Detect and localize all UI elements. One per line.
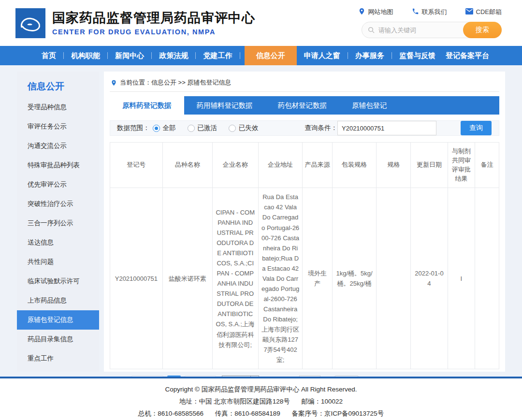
footer-icp: 备案序号：京ICP备09013725号 (292, 410, 384, 417)
nav-separator (63, 52, 64, 59)
cell-packaging-spec: 1kg/桶。5kg/桶。25kg/桶 (332, 188, 377, 369)
col-registration-no: 登记号 (110, 143, 163, 188)
tab-bar: 原料药登记数据 药用辅料登记数据 药包材登记数据 原辅包登记 (110, 96, 499, 115)
cell-product-name: 盐酸米诺环素 (162, 188, 212, 369)
sidebar-item-yfb-registration[interactable]: 原辅包登记信息 (17, 310, 99, 330)
nav-item-home[interactable]: 首页 (39, 46, 59, 65)
nav-item-party[interactable]: 党建工作 (201, 46, 235, 65)
tab-yfb-registration[interactable]: 原辅包登记 (339, 96, 400, 115)
sidebar-item[interactable]: 三合一序列公示 (17, 214, 99, 233)
mail-link[interactable]: CDE邮箱 (465, 8, 502, 16)
page: 国家药品监督管理局药品审评中心 CENTER FOR DRUG EVALUATI… (0, 0, 522, 420)
site-subtitle: CENTER FOR DRUG EVALUATION, NMPA (52, 28, 255, 36)
phone-icon (412, 8, 419, 16)
nav-item-info-disclosure[interactable]: 信息公开 (245, 46, 297, 65)
header-right: 网站地图 联系我们 CDE邮箱 (358, 8, 502, 38)
site-search: 搜索 (362, 22, 502, 38)
sidebar-item[interactable]: 特殊审批品种列表 (17, 156, 99, 175)
results-table: 登记号 品种名称 企业名称 企业地址 产品来源 包装规格 规格 更新日期 与制剂… (110, 142, 499, 369)
nav-separator (107, 52, 108, 59)
cell-company-name: CIPAN - COMPANHIA INDUSTRIAL PRODUTORA D… (212, 188, 258, 369)
col-spec: 规格 (377, 143, 411, 188)
footer-address-line: 地址：中国 北京市朝阳区建国路128号 邮编：100022 (0, 396, 522, 408)
sidebar-title: 信息公开 (17, 78, 99, 98)
nav-item-supervision[interactable]: 监督与反馈 (396, 46, 438, 65)
sidebar-item[interactable]: 送达信息 (17, 233, 99, 252)
footer-address: 地址：中国 北京市朝阳区建国路128号 (179, 398, 290, 405)
nav-item-registration-platform[interactable]: 登记备案平台 (443, 46, 492, 65)
footer-phone: 总机：8610-68585566 (138, 410, 203, 417)
mail-icon (465, 8, 473, 16)
cde-logo-icon (15, 8, 45, 38)
site-search-input[interactable] (378, 27, 461, 34)
sidebar-item[interactable]: 药品目录集信息 (17, 330, 99, 349)
footer-fax: 传真：8610-68584189 (215, 410, 280, 417)
nav-separator (348, 52, 348, 59)
contact-label: 联系我们 (422, 8, 447, 16)
col-packaging-spec: 包装规格 (332, 143, 377, 188)
radio-label: 全部 (163, 124, 176, 132)
cell-company-address: Rua Da Estacao 42 Vala Do Carregado Port… (258, 188, 303, 369)
breadcrumb-text: 当前位置：信息公开 >> 原辅包登记信息 (120, 78, 231, 87)
condition-label: 查询条件： (305, 124, 338, 132)
sidebar-item[interactable]: 重点工作 (17, 349, 99, 368)
site-title: 国家药品监督管理局药品审评中心 (52, 10, 255, 26)
mail-label: CDE邮箱 (476, 8, 502, 16)
sitemap-label: 网站地图 (368, 8, 393, 16)
col-company-address: 企业地址 (258, 143, 303, 188)
sidebar: 信息公开 受理品种信息 审评任务公示 沟通交流公示 特殊审批品种列表 优先审评公… (17, 72, 99, 372)
sidebar-item[interactable]: 临床试验默示许可 (17, 272, 99, 291)
radio-icon (153, 125, 160, 132)
nav-separator (151, 52, 152, 59)
col-product-source: 产品来源 (303, 143, 332, 188)
tab-packaging-data[interactable]: 药包材登记数据 (265, 96, 340, 115)
sidebar-item[interactable]: 受理品种信息 (17, 98, 99, 117)
radio-option-all[interactable]: 全部 (153, 124, 176, 132)
query-panel: 数据范围： 全部 已激活 已失效 查询条件： 查询 (110, 120, 499, 136)
sidebar-item[interactable]: 优先审评公示 (17, 175, 99, 194)
nav-item-services[interactable]: 办事服务 (352, 46, 387, 65)
brand: 国家药品监督管理局药品审评中心 CENTER FOR DRUG EVALUATI… (52, 10, 255, 35)
nav-item-policy[interactable]: 政策法规 (156, 46, 191, 65)
radio-icon (188, 125, 195, 132)
nav-separator (392, 52, 392, 59)
location-pin-icon (111, 79, 117, 87)
nav-item-org[interactable]: 机构职能 (68, 46, 103, 65)
nav-item-news[interactable]: 新闻中心 (112, 46, 147, 65)
cell-remarks (475, 188, 499, 369)
contact-link[interactable]: 联系我们 (412, 8, 447, 16)
radio-option-expired[interactable]: 已失效 (229, 124, 259, 132)
col-remarks: 备注 (475, 143, 499, 188)
radio-option-activated[interactable]: 已激活 (188, 124, 218, 132)
breadcrumb: 当前位置：信息公开 >> 原辅包登记信息 (110, 76, 499, 92)
scope-label: 数据范围： (117, 124, 150, 132)
footer-contact-line: 总机：8610-68585566 传真：8610-68584189 备案序号：京… (0, 408, 522, 420)
nav-separator (240, 52, 240, 59)
sidebar-item[interactable]: 审评任务公示 (17, 117, 99, 136)
nav-item-applicant[interactable]: 申请人之窗 (301, 46, 343, 65)
sidebar-item[interactable]: 上市药品信息 (17, 291, 99, 310)
content-area: 信息公开 受理品种信息 审评任务公示 沟通交流公示 特殊审批品种列表 优先审评公… (0, 65, 522, 377)
radio-label: 已激活 (198, 124, 218, 132)
cell-spec (377, 188, 411, 369)
query-button[interactable]: 查询 (461, 121, 492, 135)
site-search-button[interactable]: 搜索 (463, 22, 502, 38)
main-nav: 首页 机构职能 新闻中心 政策法规 党建工作 信息公开 申请人之窗 办事服务 监… (0, 46, 522, 65)
cell-joint-review-result: I (448, 188, 475, 369)
nav-separator (195, 52, 196, 59)
query-condition-input[interactable] (337, 121, 436, 135)
site-footer: Copyright © 国家药品监督管理局药品审评中心 All Right Re… (0, 378, 522, 420)
cell-registration-no: Y20210000751 (110, 188, 163, 369)
tab-excipient-data[interactable]: 药用辅料登记数据 (184, 96, 265, 115)
quick-links: 网站地图 联系我们 CDE邮箱 (358, 8, 502, 16)
sidebar-item[interactable]: 沟通交流公示 (17, 136, 99, 156)
sidebar-item[interactable]: 突破性治疗公示 (17, 194, 99, 214)
site-header: 国家药品监督管理局药品审评中心 CENTER FOR DRUG EVALUATI… (0, 0, 522, 46)
col-update-date: 更新日期 (411, 143, 448, 188)
sidebar-item[interactable]: 共性问题 (17, 252, 99, 272)
sitemap-link[interactable]: 网站地图 (358, 8, 393, 16)
table-header-row: 登记号 品种名称 企业名称 企业地址 产品来源 包装规格 规格 更新日期 与制剂… (110, 143, 499, 188)
radio-label: 已失效 (239, 124, 259, 132)
tab-raw-material-data[interactable]: 原料药登记数据 (110, 96, 184, 115)
cell-product-source: 境外生产 (303, 188, 332, 369)
